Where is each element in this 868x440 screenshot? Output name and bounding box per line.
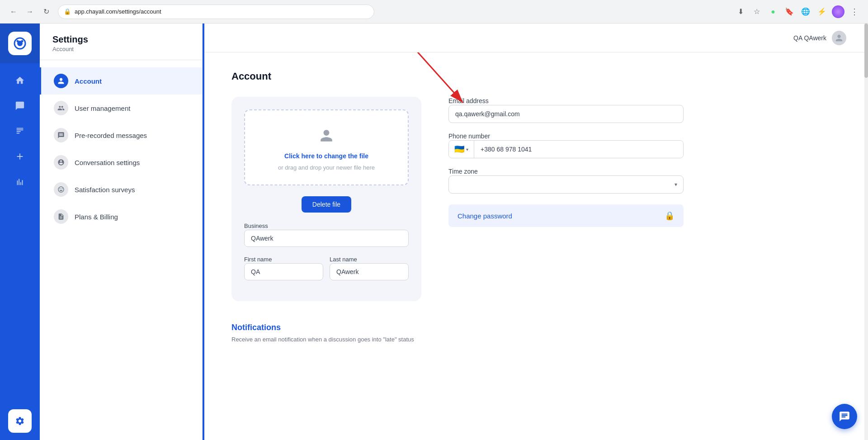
timezone-label: Time zone — [448, 168, 478, 175]
main-content: QA QAwerk Account — [204, 24, 864, 440]
satisfaction-icon — [54, 182, 68, 197]
billing-icon — [54, 209, 68, 224]
download-icon[interactable]: ⬇ — [734, 5, 747, 18]
last-name-input[interactable] — [330, 263, 409, 280]
back-button[interactable]: ← — [7, 5, 20, 18]
form-section: Click here to change the file or drag an… — [231, 97, 684, 301]
billing-label: Plans & Billing — [75, 213, 118, 221]
timezone-field-group: Time zone UTC Europe/Kiev America/New_Yo… — [448, 167, 684, 194]
settings-navigation: Account User management Pre-recorded mes… — [40, 60, 202, 237]
settings-nav-item-account[interactable]: Account — [40, 67, 202, 95]
account-icon — [54, 74, 68, 88]
upload-hint: or drag and drop your newer file here — [278, 164, 375, 171]
right-scrollbar[interactable] — [864, 24, 868, 440]
settings-nav-item-user-management[interactable]: User management — [40, 95, 202, 122]
browser-nav-buttons: ← → ↻ — [7, 5, 52, 18]
logo-area[interactable] — [0, 24, 40, 63]
user-avatar[interactable] — [832, 31, 846, 45]
more-options-icon[interactable]: ⋮ — [848, 5, 861, 18]
pre-recorded-icon — [54, 128, 68, 142]
phone-input-row: 🇺🇦 ▾ — [448, 140, 684, 158]
timezone-wrapper: UTC Europe/Kiev America/New_York ▾ — [448, 175, 684, 194]
settings-header: Settings Account — [40, 24, 202, 60]
satisfaction-label: Satisfaction surveys — [75, 186, 135, 194]
rail-navigation — [8, 63, 32, 409]
user-info: QA QAwerk — [793, 31, 846, 45]
first-name-field-group: First name — [244, 255, 323, 280]
settings-title: Settings — [52, 34, 189, 45]
business-field-group: Business — [244, 222, 409, 247]
change-password-label: Change password — [458, 212, 512, 220]
upload-dropzone-wrapper: Click here to change the file or drag an… — [244, 109, 409, 185]
phone-label: Phone number — [448, 132, 490, 140]
reload-button[interactable]: ↻ — [40, 5, 52, 18]
url-text: app.chayall.com/settings/account — [75, 8, 161, 15]
notifications-description: Receive an email notification when a dis… — [231, 336, 846, 343]
user-name: QA QAwerk — [793, 34, 826, 42]
rail-bottom — [8, 409, 32, 440]
main-scroll-area[interactable]: Account Click here to change the file — [204, 52, 864, 440]
phone-field-group: Phone number 🇺🇦 ▾ — [448, 132, 684, 158]
ukraine-flag: 🇺🇦 — [454, 144, 464, 154]
floating-chat-button[interactable] — [832, 404, 857, 429]
extension2-icon[interactable]: 🔖 — [783, 5, 796, 18]
timezone-select[interactable]: UTC Europe/Kiev America/New_York — [448, 175, 684, 194]
rail-item-messages[interactable] — [8, 119, 32, 143]
rail-settings-item[interactable] — [8, 409, 32, 433]
business-input[interactable] — [244, 230, 409, 247]
last-name-label: Last name — [330, 256, 357, 263]
address-bar[interactable]: 🔒 app.chayall.com/settings/account — [58, 5, 374, 19]
settings-nav-item-conversation[interactable]: Conversation settings — [40, 149, 202, 176]
page-title: Account — [231, 71, 846, 82]
change-password-button[interactable]: Change password 🔒 — [448, 204, 684, 227]
rail-item-add[interactable] — [8, 145, 32, 168]
extension3-icon[interactable]: 🌐 — [799, 5, 812, 18]
settings-subtitle: Account — [52, 46, 189, 52]
name-row: First name Last name — [244, 255, 409, 289]
last-name-field-group: Last name — [330, 255, 409, 280]
business-label: Business — [244, 222, 268, 229]
svg-point-2 — [17, 40, 19, 43]
security-icon: 🔒 — [64, 8, 71, 15]
app-layout: Settings Account Account User management — [0, 24, 868, 440]
pre-recorded-label: Pre-recorded messages — [75, 132, 147, 139]
svg-point-3 — [21, 40, 24, 43]
bookmark-icon[interactable]: ☆ — [750, 5, 763, 18]
upload-user-icon — [319, 128, 334, 146]
browser-actions: ⬇ ☆ ● 🔖 🌐 ⚡ ⋮ — [734, 5, 861, 18]
forward-button[interactable]: → — [24, 5, 36, 18]
notifications-title: Notifications — [231, 323, 846, 332]
lock-icon: 🔒 — [665, 211, 675, 221]
upload-card: Click here to change the file or drag an… — [231, 97, 421, 301]
rail-item-chat[interactable] — [8, 94, 32, 118]
rail-item-stats[interactable] — [8, 170, 32, 194]
left-column: Click here to change the file or drag an… — [231, 97, 421, 301]
first-name-label: First name — [244, 256, 272, 263]
settings-nav-item-billing[interactable]: Plans & Billing — [40, 203, 202, 230]
user-management-label: User management — [75, 104, 130, 112]
extension4-icon[interactable]: ⚡ — [816, 5, 828, 18]
user-management-icon — [54, 101, 68, 115]
email-label: Email address — [448, 97, 489, 104]
conversation-label: Conversation settings — [75, 159, 140, 166]
form-fields: Business First name Last name — [244, 222, 409, 289]
rail-item-home[interactable] — [8, 69, 32, 92]
upload-link[interactable]: Click here to change the file — [284, 152, 368, 160]
email-input[interactable] — [448, 105, 684, 123]
right-column: Email address Phone number 🇺🇦 ▾ — [448, 97, 684, 301]
phone-number-input[interactable] — [474, 141, 683, 158]
extension-icon[interactable]: ● — [767, 5, 779, 18]
scrollbar-thumb[interactable] — [864, 24, 868, 78]
settings-nav-item-satisfaction[interactable]: Satisfaction surveys — [40, 176, 202, 203]
settings-sidebar: Settings Account Account User management — [40, 24, 203, 440]
first-name-input[interactable] — [244, 263, 323, 280]
profile-avatar[interactable] — [832, 5, 844, 18]
settings-nav-item-pre-recorded[interactable]: Pre-recorded messages — [40, 122, 202, 149]
phone-flag-selector[interactable]: 🇺🇦 ▾ — [449, 141, 474, 158]
delete-file-button[interactable]: Delete file — [302, 196, 351, 213]
main-header: QA QAwerk — [204, 24, 864, 52]
email-field-group: Email address — [448, 97, 684, 123]
account-label: Account — [75, 77, 102, 85]
upload-dropzone[interactable]: Click here to change the file or drag an… — [244, 109, 409, 185]
icon-rail — [0, 24, 40, 440]
